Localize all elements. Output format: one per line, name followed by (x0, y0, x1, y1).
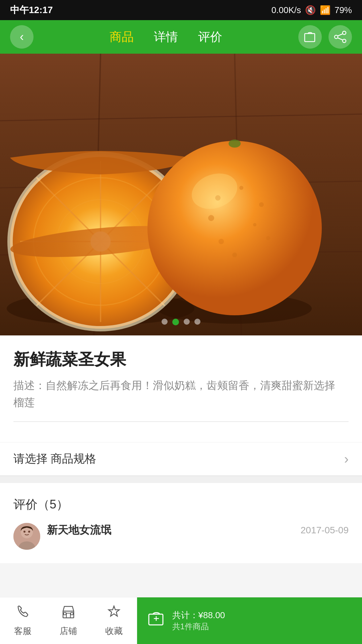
svg-line-4 (338, 34, 343, 36)
status-network: 0.00K/s (272, 5, 301, 15)
customer-service-icon (15, 604, 30, 623)
status-bar: 中午12:17 0.00K/s 🔇 📶 79% (0, 0, 362, 20)
status-wifi-icon: 📶 (320, 5, 330, 15)
reviewer-info: 新天地女流氓 2017-05-09 (47, 523, 349, 550)
svg-point-29 (147, 141, 322, 315)
status-battery: 79% (335, 5, 352, 15)
status-time: 中午12:17 (10, 4, 53, 16)
svg-point-1 (343, 31, 346, 35)
bottom-nav: 客服 店铺 (0, 597, 362, 644)
review-date: 2017-05-09 (301, 525, 349, 536)
cart-icon (303, 30, 317, 44)
cart-button[interactable] (298, 25, 322, 49)
customer-service-label: 客服 (14, 625, 32, 637)
review-header: 新天地女流氓 2017-05-09 (47, 523, 349, 538)
cart-checkout-icon (147, 609, 166, 632)
reviewer-avatar (13, 523, 40, 550)
image-dots (162, 319, 200, 325)
avatar-inner (13, 523, 40, 550)
svg-point-39 (229, 140, 241, 148)
thick-divider (0, 476, 362, 483)
spec-arrow-icon: › (344, 451, 349, 467)
svg-rect-48 (64, 612, 66, 615)
svg-point-3 (343, 39, 346, 43)
svg-line-5 (338, 38, 343, 40)
store-label: 店铺 (60, 625, 77, 637)
cart-checkout-button[interactable]: 共计：¥88.00 共1件商品 (137, 597, 362, 644)
product-image-container (0, 54, 362, 335)
customer-service-button[interactable]: 客服 (0, 597, 46, 644)
spec-label: 请选择 商品规格 (13, 451, 96, 467)
favorite-button[interactable]: 收藏 (91, 597, 137, 644)
nav-action-icons (298, 25, 352, 49)
share-button[interactable] (328, 25, 352, 49)
store-button[interactable]: 店铺 (46, 597, 91, 644)
svg-point-34 (208, 215, 214, 221)
status-mute-icon: 🔇 (305, 5, 316, 15)
svg-marker-50 (109, 606, 119, 616)
phone-icon (15, 604, 30, 619)
spec-selector[interactable]: 请选择 商品规格 › (0, 442, 362, 476)
svg-rect-46 (66, 613, 70, 618)
divider-1 (13, 421, 349, 422)
status-right: 0.00K/s 🔇 📶 79% (272, 5, 352, 15)
dot-4 (194, 319, 200, 325)
share-icon (334, 30, 347, 44)
product-info: 新鲜蔬菜圣女果 描述：自然解冻之后再食用！滑似奶糕，齿颊留香，清爽甜蜜新选择 榴… (0, 335, 362, 442)
product-title: 新鲜蔬菜圣女果 (13, 349, 349, 370)
shop-icon (61, 604, 76, 619)
tab-product[interactable]: 商品 (110, 29, 134, 45)
svg-point-31 (239, 186, 243, 190)
svg-point-37 (219, 239, 224, 244)
svg-rect-0 (305, 34, 315, 42)
store-icon (61, 604, 76, 623)
tab-review[interactable]: 评价 (198, 29, 222, 45)
cart-total-label: 共计：¥88.00 (172, 609, 225, 621)
svg-point-33 (253, 223, 256, 226)
nav-tabs: 商品 详情 评价 (110, 29, 222, 45)
back-button[interactable]: ‹ (10, 25, 34, 49)
review-item: 新天地女流氓 2017-05-09 (13, 523, 349, 550)
svg-point-32 (259, 202, 264, 207)
tab-detail[interactable]: 详情 (154, 29, 178, 45)
cart-items-count: 共1件商品 (172, 621, 225, 632)
favorite-label: 收藏 (105, 625, 123, 637)
svg-point-36 (266, 236, 270, 240)
avatar-svg (13, 523, 40, 550)
reviews-section: 评价（5） (0, 483, 362, 563)
reviewer-name: 新天地女流氓 (47, 523, 111, 538)
product-description: 描述：自然解冻之后再食用！滑似奶糕，齿颊留香，清爽甜蜜新选择 榴莲 (13, 377, 349, 411)
svg-rect-49 (71, 612, 73, 615)
dot-2 (172, 319, 179, 325)
svg-point-44 (28, 531, 30, 533)
star-icon (107, 604, 121, 619)
svg-point-2 (335, 35, 338, 39)
reviews-title: 评价（5） (13, 496, 349, 513)
svg-point-43 (23, 531, 25, 533)
dot-3 (184, 319, 190, 325)
nav-bar: ‹ 商品 详情 评价 (0, 20, 362, 54)
dot-1 (162, 319, 168, 325)
cart-svg-icon (147, 609, 166, 628)
product-image (0, 54, 362, 335)
cart-text: 共计：¥88.00 共1件商品 (172, 609, 225, 632)
favorite-icon (107, 604, 121, 623)
svg-point-35 (232, 253, 237, 257)
bottom-nav-left: 客服 店铺 (0, 597, 137, 644)
